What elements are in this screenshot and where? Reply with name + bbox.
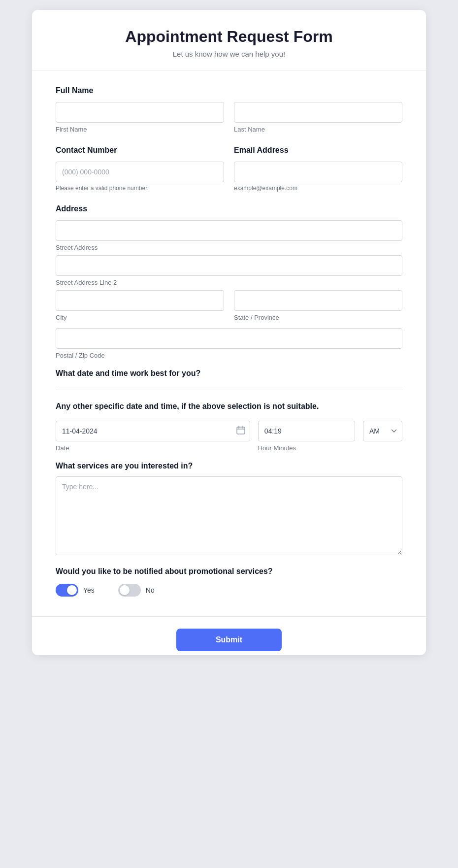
form-header: Appointment Request Form Let us know how… xyxy=(32,10,426,70)
time-field: Hour Minutes xyxy=(258,421,355,452)
date-field: Date xyxy=(56,421,250,452)
city-field: City xyxy=(56,290,224,321)
alt-datetime-question: Any other specific date and time, if the… xyxy=(56,402,402,411)
street-address-field: Street Address xyxy=(56,220,402,251)
hour-minutes-label: Hour Minutes xyxy=(258,444,355,452)
full-name-row: First Name Last Name xyxy=(56,102,402,136)
no-toggle[interactable] xyxy=(118,584,141,597)
city-input[interactable] xyxy=(56,290,224,311)
email-hint: example@example.com xyxy=(234,185,402,192)
notifications-row: Yes No xyxy=(56,584,402,597)
contact-section-label: Contact Number xyxy=(56,146,224,155)
last-name-field: Last Name xyxy=(234,102,402,133)
address-section-label: Address xyxy=(56,204,402,213)
full-name-section-label: Full Name xyxy=(56,86,402,95)
submit-button[interactable]: Submit xyxy=(176,629,282,651)
date-input[interactable] xyxy=(56,421,250,441)
yes-toggle-thumb xyxy=(67,585,77,595)
last-name-input[interactable] xyxy=(234,102,402,123)
date-input-wrapper xyxy=(56,421,250,441)
ampm-select[interactable]: AM PM xyxy=(363,421,402,441)
street-address-input[interactable] xyxy=(56,220,402,241)
form-card: Appointment Request Form Let us know how… xyxy=(32,10,426,655)
state-input[interactable] xyxy=(234,290,402,311)
submit-row: Submit xyxy=(32,616,426,655)
date-label: Date xyxy=(56,444,250,452)
date-time-row: Date Hour Minutes AM PM xyxy=(56,421,402,452)
yes-toggle-group: Yes xyxy=(56,584,95,597)
postal-input[interactable] xyxy=(56,328,402,349)
first-name-label: First Name xyxy=(56,126,224,133)
first-name-field: First Name xyxy=(56,102,224,133)
city-label: City xyxy=(56,314,224,321)
divider xyxy=(56,390,402,390)
no-label: No xyxy=(146,586,155,594)
street-address-line2-label: Street Address Line 2 xyxy=(56,279,402,286)
no-toggle-group: No xyxy=(118,584,155,597)
yes-toggle[interactable] xyxy=(56,584,78,597)
form-subtitle: Let us know how we can help you! xyxy=(52,50,406,58)
street-address-label: Street Address xyxy=(56,244,402,251)
time-input[interactable] xyxy=(258,421,355,441)
contact-input[interactable] xyxy=(56,162,224,182)
services-question: What services are you interested in? xyxy=(56,462,402,470)
form-body: Full Name First Name Last Name Contact N… xyxy=(32,70,426,616)
contact-email-row: Contact Number Please enter a valid phon… xyxy=(56,146,402,195)
last-name-label: Last Name xyxy=(234,126,402,133)
state-label: State / Province xyxy=(234,314,402,321)
first-name-input[interactable] xyxy=(56,102,224,123)
date-time-question: What date and time work best for you? xyxy=(56,369,402,378)
postal-field: Postal / Zip Code xyxy=(56,328,402,359)
notification-question: Would you like to be notified about prom… xyxy=(56,567,402,576)
form-title: Appointment Request Form xyxy=(52,28,406,46)
email-field: Email Address example@example.com xyxy=(234,146,402,192)
no-toggle-thumb xyxy=(120,585,130,595)
street-address-line2-field: Street Address Line 2 xyxy=(56,255,402,286)
city-state-row: City State / Province xyxy=(56,290,402,324)
postal-label: Postal / Zip Code xyxy=(56,352,402,359)
contact-hint: Please enter a valid phone number. xyxy=(56,185,224,192)
state-field: State / Province xyxy=(234,290,402,321)
services-textarea[interactable] xyxy=(56,476,402,555)
email-section-label: Email Address xyxy=(234,146,402,155)
email-input[interactable] xyxy=(234,162,402,182)
ampm-field: AM PM xyxy=(363,421,402,441)
street-address-line2-input[interactable] xyxy=(56,255,402,276)
yes-label: Yes xyxy=(83,586,95,594)
contact-number-field: Contact Number Please enter a valid phon… xyxy=(56,146,224,192)
